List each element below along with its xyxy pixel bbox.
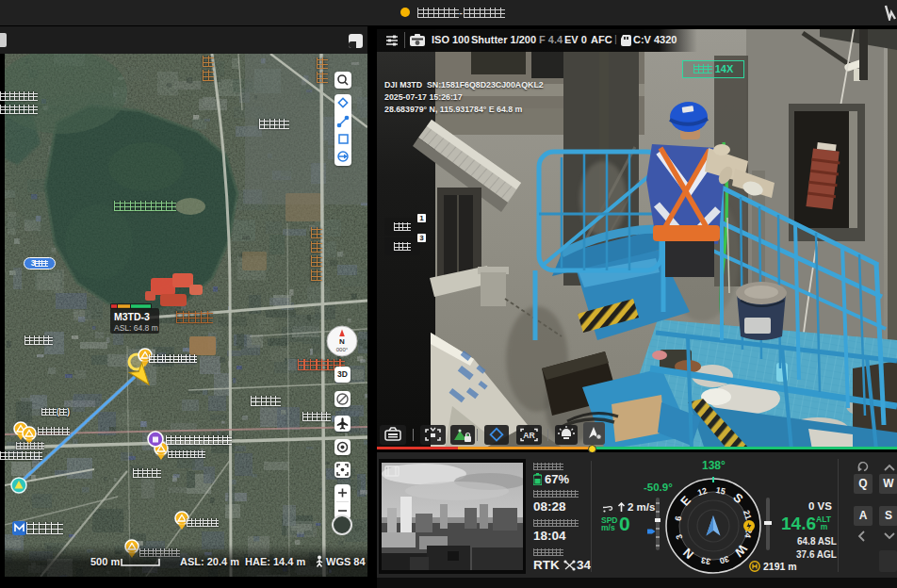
svg-text:33: 33 xyxy=(700,555,711,566)
svg-text:N: N xyxy=(339,337,345,346)
svg-text:15: 15 xyxy=(715,485,726,497)
svg-text:000°: 000° xyxy=(336,347,349,352)
svg-text:AR: AR xyxy=(523,431,534,440)
